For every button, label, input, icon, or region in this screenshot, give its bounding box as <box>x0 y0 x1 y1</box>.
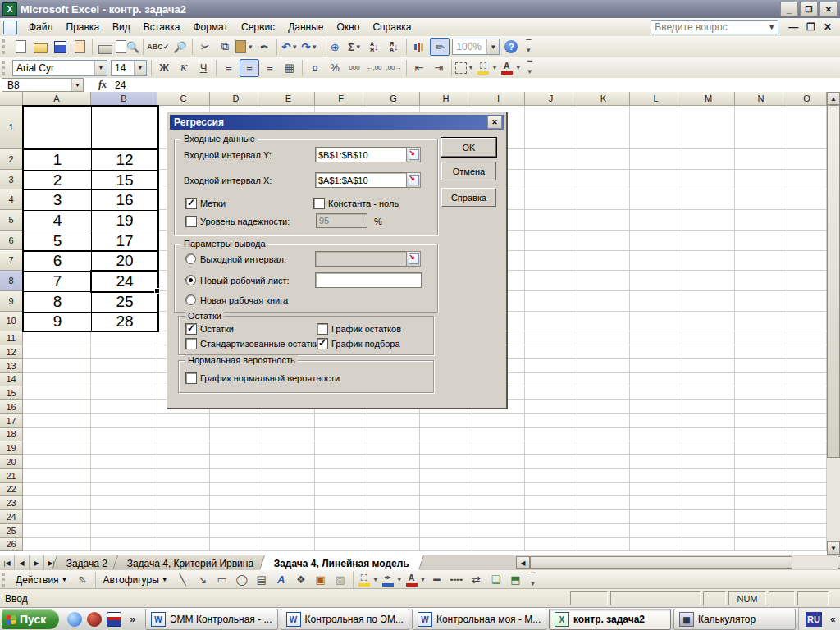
draw-fill-color-icon[interactable]: ⛶▼ <box>357 572 379 588</box>
cell-B4[interactable]: 16 <box>91 189 158 211</box>
text-box-icon[interactable]: ▤ <box>253 572 271 588</box>
column-header-E[interactable]: E <box>262 92 315 106</box>
open-icon[interactable] <box>31 39 49 55</box>
wordart-icon[interactable]: A <box>272 572 290 588</box>
column-header-D[interactable]: D <box>210 92 262 106</box>
cut-icon[interactable]: ✂ <box>196 39 214 55</box>
toolbar-options-icon[interactable]: ▔▼ <box>524 59 536 77</box>
rectangle-icon[interactable]: ▭ <box>213 572 231 588</box>
column-header-L[interactable]: L <box>630 92 682 106</box>
sort-descending-icon[interactable]: ЯА↓ <box>385 39 403 55</box>
undo-icon[interactable]: ↶▼ <box>281 39 299 55</box>
taskbar-button-2[interactable]: WКонтрольная по ЭМ... <box>281 609 409 630</box>
range-picker-output-icon[interactable] <box>406 251 421 267</box>
next-sheet-icon[interactable]: ▶ <box>30 555 44 570</box>
sort-ascending-icon[interactable]: АЯ↓ <box>365 39 383 55</box>
cell-B5[interactable]: 19 <box>91 210 158 231</box>
opera-icon[interactable] <box>87 612 102 627</box>
close-button[interactable]: ✕ <box>819 2 838 16</box>
row-header-18[interactable]: 18 <box>0 428 23 442</box>
underline-icon[interactable]: Ч <box>194 60 212 76</box>
clip-art-icon[interactable]: ▣ <box>312 572 330 588</box>
floppy-icon[interactable] <box>107 612 121 627</box>
align-center-icon[interactable]: ≡ <box>240 59 259 77</box>
diagram-icon[interactable]: ❖ <box>292 572 310 588</box>
insert-function-icon[interactable]: fx <box>98 79 107 91</box>
autoshapes-button[interactable]: Автофигуры▼ <box>98 573 173 587</box>
italic-icon[interactable]: K <box>175 60 193 76</box>
scroll-left-icon[interactable]: ◀ <box>516 556 530 569</box>
taskbar-button-5[interactable]: ▦Калькулятор <box>673 609 796 630</box>
row-header-8[interactable]: 8 <box>0 271 23 291</box>
row-header-2[interactable]: 2 <box>0 149 23 170</box>
row-header-17[interactable]: 17 <box>0 414 23 428</box>
row-header-14[interactable]: 14 <box>0 373 23 387</box>
menu-item-insert[interactable]: Вставка <box>137 19 187 35</box>
vertical-scroll-track[interactable] <box>827 458 840 541</box>
column-header-O[interactable]: O <box>788 92 827 106</box>
menu-item-help[interactable]: Справка <box>366 19 418 35</box>
borders-icon[interactable]: ▼ <box>455 60 474 76</box>
column-header-B[interactable]: B <box>91 92 158 106</box>
draw-font-color-icon[interactable]: А▼ <box>404 572 427 588</box>
row-header-7[interactable]: 7 <box>0 251 23 272</box>
row-header-12[interactable]: 12 <box>0 345 23 359</box>
restore-button[interactable]: ❐ <box>800 2 818 16</box>
confidence-field[interactable]: 95 <box>316 213 368 228</box>
cancel-button[interactable]: Отмена <box>441 162 496 180</box>
name-box[interactable]: B8 ▼ <box>2 78 84 92</box>
ok-button[interactable]: OK <box>441 138 496 157</box>
redo-icon[interactable]: ↷▼ <box>300 39 318 55</box>
column-header-K[interactable]: K <box>578 92 630 106</box>
row-header-3[interactable]: 3 <box>0 170 23 190</box>
menu-item-window[interactable]: Окно <box>330 19 366 35</box>
cell-A2[interactable]: 1 <box>23 149 92 171</box>
row-header-16[interactable]: 16 <box>0 400 23 414</box>
row-header-19[interactable]: 19 <box>0 441 23 455</box>
menu-item-tools[interactable]: Сервис <box>235 19 281 35</box>
paste-icon[interactable]: ▼ <box>235 39 253 55</box>
row-header-4[interactable]: 4 <box>0 189 23 210</box>
tray-collapse-icon[interactable]: « <box>827 614 839 625</box>
network-icon[interactable] <box>67 612 82 627</box>
merge-center-icon[interactable]: ▦ <box>281 60 299 76</box>
shadow-style-icon[interactable]: ❏ <box>486 572 504 588</box>
range-picker-y-icon[interactable] <box>406 147 421 162</box>
dialog-title-bar[interactable]: Регрессия ✕ <box>170 115 504 130</box>
spelling-icon[interactable]: ABC✓ <box>147 39 169 55</box>
horizontal-scroll-track[interactable] <box>792 556 838 569</box>
cell-A5[interactable]: 4 <box>23 210 92 231</box>
column-header-H[interactable]: H <box>420 92 472 106</box>
cell-A4[interactable]: 3 <box>23 189 92 211</box>
currency-icon[interactable]: ¤ <box>306 60 324 76</box>
chart-wizard-icon[interactable] <box>410 39 428 55</box>
menu-item-edit[interactable]: Правка <box>60 19 107 35</box>
column-header-G[interactable]: G <box>368 92 420 106</box>
font-size-dropdown-icon[interactable]: ▼ <box>134 61 146 75</box>
question-box-dropdown-icon[interactable]: ▼ <box>765 23 778 31</box>
cell-A3[interactable]: 2 <box>23 170 92 191</box>
name-box-dropdown-icon[interactable]: ▼ <box>71 79 83 91</box>
horizontal-scroll-thumb[interactable] <box>530 556 792 569</box>
fill-color-icon[interactable]: ⛶▼ <box>476 60 498 76</box>
arrow-style-icon[interactable]: ⇄ <box>467 572 485 588</box>
column-header-I[interactable]: I <box>472 92 525 106</box>
row-header-25[interactable]: 25 <box>0 524 23 538</box>
residual-plot-checkbox[interactable] <box>317 323 328 335</box>
minimize-button[interactable]: _ <box>780 2 798 16</box>
taskbar-button-3[interactable]: WКонтрольная моя - M... <box>412 609 546 630</box>
row-header-21[interactable]: 21 <box>0 469 23 483</box>
constant-zero-checkbox[interactable] <box>313 198 325 209</box>
row-header-15[interactable]: 15 <box>0 386 23 400</box>
column-header-M[interactable]: M <box>682 92 735 106</box>
align-left-icon[interactable]: ≡ <box>220 60 238 76</box>
help-icon[interactable]: ? <box>502 39 520 55</box>
toolbar-grip[interactable] <box>2 573 7 587</box>
row-header-13[interactable]: 13 <box>0 359 23 373</box>
residuals-checkbox[interactable] <box>185 323 197 335</box>
zoom-dropdown-icon[interactable]: ▼ <box>486 39 499 54</box>
insert-picture-icon[interactable]: ▨ <box>331 572 349 588</box>
column-header-J[interactable]: J <box>525 92 578 106</box>
decrease-decimal-icon[interactable]: ,00→ <box>385 60 403 76</box>
new-icon[interactable] <box>11 39 30 55</box>
